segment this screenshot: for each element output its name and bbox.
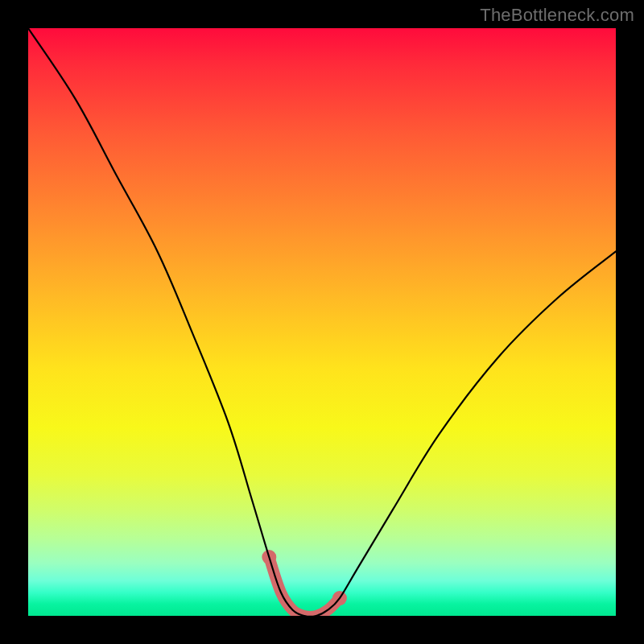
valley-highlight bbox=[269, 557, 340, 616]
chart-frame: TheBottleneck.com bbox=[0, 0, 644, 644]
bottleneck-curve bbox=[28, 28, 616, 616]
plot-area bbox=[28, 28, 616, 616]
watermark-text: TheBottleneck.com bbox=[480, 5, 634, 26]
curve-svg bbox=[28, 28, 616, 616]
